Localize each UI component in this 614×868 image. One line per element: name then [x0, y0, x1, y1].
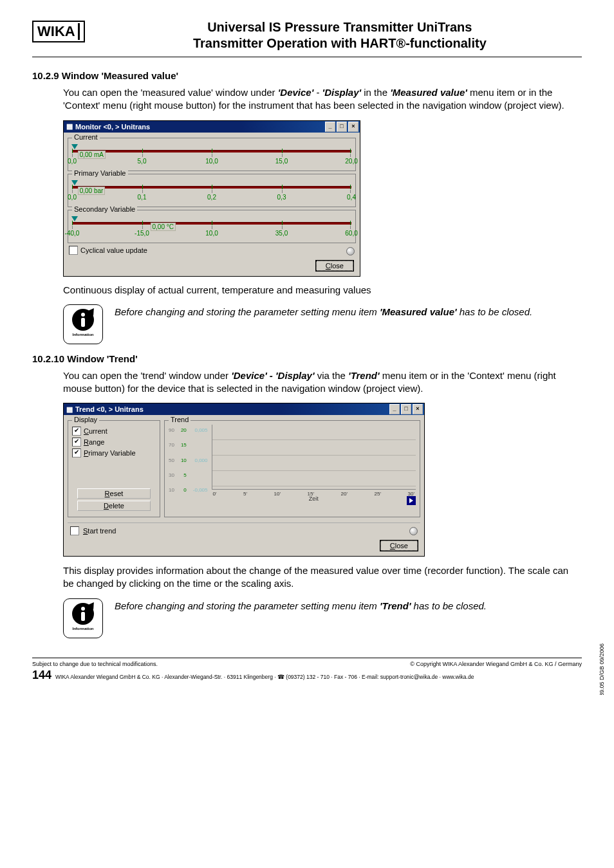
current-value: 0,00 mA — [78, 151, 106, 159]
delete-button[interactable]: Delete — [77, 501, 151, 511]
trend-close-button[interactable]: Close — [380, 540, 418, 551]
yaxis-percent[interactable]: 9070503010 — [169, 425, 174, 502]
monitor-caption: Continuous display of actual current, te… — [63, 284, 582, 295]
close-icon[interactable]: × — [413, 404, 423, 414]
maximize-button[interactable]: □ — [337, 122, 347, 132]
info-trend: Information Before changing and storing … — [63, 598, 582, 638]
group-current-label: Current — [72, 133, 100, 141]
document-title: Universal IS Pressure Transmitter UniTra… — [85, 19, 582, 51]
group-primary-variable: Primary Variable 0,00 bar 0,0 0,1 0,2 0,… — [68, 174, 356, 207]
sv-ruler: 0,00 °C -40,0 -15,0 10,0 35,0 60,0 — [72, 217, 351, 239]
group-pv-label: Primary Variable — [72, 169, 128, 177]
sv-value: 0,00 °C — [151, 223, 176, 231]
yaxis-ma[interactable]: 20151050 — [181, 425, 187, 502]
info-measured-value: Information Before changing and storing … — [63, 304, 582, 344]
cyclical-update-row: Cyclical value update — [69, 246, 355, 255]
display-panel: Display Current Range Primary Variable R… — [68, 420, 160, 517]
trend-label: Trend — [169, 416, 191, 423]
current-checkbox[interactable] — [72, 427, 81, 436]
information-icon: Information — [63, 598, 103, 638]
group-current: Current 0,00 mA 0,0 5,0 10,0 15,0 20,0 — [68, 138, 356, 171]
scroll-right-icon[interactable] — [407, 496, 416, 505]
start-trend-label: Start trend — [83, 527, 116, 535]
section1-paragraph: You can open the 'measured value' window… — [63, 86, 575, 113]
primary-variable-checkbox[interactable] — [72, 448, 81, 457]
trend-chart[interactable]: 9070503010 20151050 0,0050,000-0,005 — [169, 425, 416, 502]
monitor-title: Monitor <0, > Unitrans — [75, 123, 325, 131]
wika-logo: WIKA — [32, 21, 85, 42]
current-ruler: 0,00 mA 0,0 5,0 10,0 15,0 20,0 — [72, 145, 351, 167]
info2-text: Before changing and storing the paramete… — [115, 598, 487, 613]
footer-left: Subject to change due to technical modif… — [32, 661, 158, 667]
footer-bar: Subject to change due to technical modif… — [32, 658, 582, 667]
chart-icon: ▩ — [66, 122, 73, 131]
page-header: WIKA Universal IS Pressure Transmitter U… — [32, 19, 582, 57]
section-heading-trend: 10.2.10 Window 'Trend' — [32, 353, 582, 364]
trend-title: Trend <0, > Unitrans — [75, 405, 389, 413]
plot-area[interactable] — [212, 425, 416, 490]
section-heading-measured-value: 10.2.9 Window 'Measured value' — [32, 70, 582, 81]
minimize-button[interactable]: _ — [325, 122, 335, 132]
trend-caption: This display provides information about … — [63, 564, 575, 591]
group-sv-label: Secondary Variable — [72, 205, 137, 213]
footer-address: WIKA Alexander Wiegand GmbH & Co. KG · A… — [55, 674, 474, 680]
monitor-close-button[interactable]: Close — [316, 261, 353, 271]
reset-button[interactable]: Reset — [77, 488, 151, 499]
trend-panel: Trend 9070503010 20151050 0,0050,000-0,0… — [164, 420, 420, 517]
pv-ruler: 0,00 bar 0,0 0,1 0,2 0,3 0,4 — [72, 181, 351, 203]
cyclical-label: Cyclical value update — [80, 246, 147, 254]
yaxis-bar[interactable]: 0,0050,000-0,005 — [193, 425, 208, 502]
status-led-icon — [346, 247, 355, 255]
xaxis-label: Zeit — [212, 495, 416, 502]
document-id-vertical: 2256939.05 D/GB 09/2006 — [599, 643, 605, 695]
display-label: Display — [72, 416, 99, 423]
trend-window: ▩ Trend <0, > Unitrans _ □ × Display Cur… — [63, 403, 425, 557]
minimize-button[interactable]: _ — [389, 404, 400, 414]
start-trend-checkbox[interactable] — [70, 526, 79, 535]
monitor-window: ▩ Monitor <0, > Unitrans _ □ × Current 0… — [63, 120, 360, 277]
information-icon: Information — [63, 304, 103, 344]
pv-value: 0,00 bar — [78, 187, 106, 195]
group-secondary-variable: Secondary Variable 0,00 °C -40,0 -15,0 1… — [68, 210, 356, 243]
chart-icon: ▩ — [66, 405, 73, 414]
trend-titlebar[interactable]: ▩ Trend <0, > Unitrans _ □ × — [64, 403, 424, 415]
maximize-button[interactable]: □ — [401, 404, 411, 414]
footer-bottom: 144 WIKA Alexander Wiegand GmbH & Co. KG… — [32, 669, 582, 682]
page-number: 144 — [32, 669, 51, 682]
cyclical-checkbox[interactable] — [69, 246, 78, 255]
close-icon[interactable]: × — [348, 122, 358, 132]
range-checkbox[interactable] — [72, 438, 81, 447]
footer-right: © Copyright WIKA Alexander Wiegand GmbH … — [410, 661, 582, 667]
section2-paragraph: You can open the 'trend' window under 'D… — [63, 369, 575, 396]
status-led-icon — [409, 527, 418, 535]
monitor-titlebar[interactable]: ▩ Monitor <0, > Unitrans _ □ × — [64, 121, 360, 133]
info1-text: Before changing and storing the paramete… — [115, 304, 532, 319]
